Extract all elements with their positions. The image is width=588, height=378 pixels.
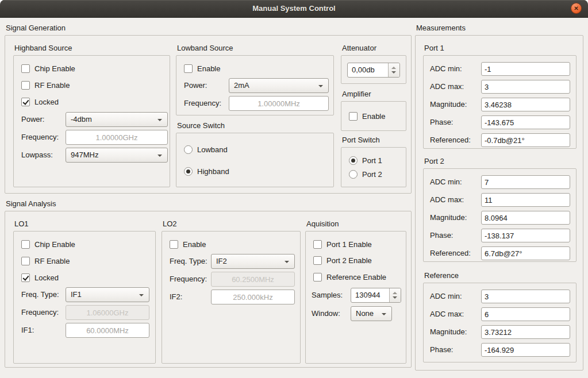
- lo1-frequency-input: [66, 305, 149, 320]
- lowband-radio[interactable]: [184, 145, 193, 154]
- attenuator-group: Attenuator 0,00db: [341, 44, 406, 84]
- spinner-buttons[interactable]: [389, 288, 401, 302]
- lowband-frequency-input[interactable]: [229, 96, 329, 111]
- measurements-title: Measurements: [415, 24, 583, 35]
- spin-up-icon: [391, 67, 396, 69]
- lo2-frequency-label: Frequency:: [170, 272, 207, 287]
- measure-reference-group: Reference ADC min: ADC max: Magnitude:: [423, 271, 577, 362]
- port2-radio[interactable]: [349, 170, 358, 179]
- adc-min-input[interactable]: [481, 62, 570, 76]
- magnitude-input[interactable]: [481, 325, 570, 339]
- lo1-rf-enable-checkbox[interactable]: [21, 257, 30, 265]
- lo1-locked-checkbox[interactable]: [21, 273, 30, 282]
- lowband-enable-label: Enable: [197, 64, 220, 73]
- rf-enable-label: RF Enable: [34, 81, 70, 90]
- lo1-frequency-label: Frequency:: [21, 305, 59, 320]
- table-row: ADC max:: [424, 80, 576, 94]
- phase-label: Phase:: [430, 343, 453, 357]
- source-switch-box: Lowband Highband: [176, 133, 334, 187]
- table-row: ADC max:: [424, 193, 576, 207]
- chip-enable-checkbox[interactable]: [21, 64, 30, 73]
- port-switch-box: Port 1 Port 2: [341, 147, 406, 187]
- acq-port2-enable-checkbox[interactable]: [313, 256, 322, 265]
- adc-max-label: ADC max:: [430, 193, 464, 207]
- power-label: Power:: [21, 112, 44, 127]
- lo1-freq-type-row: Freq. Type: IF1: [14, 287, 155, 302]
- adc-max-input[interactable]: [481, 80, 570, 94]
- power-combobox[interactable]: -4dbm: [66, 112, 168, 127]
- amplifier-enable-row: Enable: [349, 109, 401, 124]
- highband-radio[interactable]: [184, 167, 193, 176]
- acq-reference-enable-checkbox[interactable]: [313, 273, 322, 281]
- port1-radio[interactable]: [349, 156, 358, 165]
- chevron-down-icon: [139, 294, 144, 296]
- lowpass-combobox[interactable]: 947MHz: [66, 148, 168, 163]
- phase-label: Phase:: [430, 115, 453, 129]
- lo2-if2-input[interactable]: [211, 290, 295, 304]
- acq-port1-enable-label: Port 1 Enable: [326, 240, 372, 249]
- acq-port1-enable-checkbox[interactable]: [313, 240, 322, 249]
- acq-reference-enable-label: Reference Enable: [326, 273, 386, 281]
- lowband-source-title: Lowband Source: [176, 44, 334, 55]
- lo1-chip-enable-label: Chip Enable: [34, 240, 75, 249]
- table-row: ADC min:: [424, 62, 576, 76]
- acq-reference-enable-row: Reference Enable: [313, 269, 401, 284]
- spinner-buttons[interactable]: [388, 63, 399, 77]
- lo1-locked-label: Locked: [34, 273, 59, 282]
- lo1-rf-enable-row: RF Enable: [21, 253, 151, 268]
- lo2-enable-row: Enable: [170, 237, 295, 252]
- phase-input[interactable]: [481, 115, 570, 129]
- rf-enable-checkbox[interactable]: [21, 81, 30, 90]
- chevron-down-icon: [318, 85, 323, 87]
- amplifier-enable-checkbox[interactable]: [349, 112, 358, 121]
- phase-input[interactable]: [481, 343, 570, 357]
- lo1-freq-type-label: Freq. Type:: [21, 287, 59, 302]
- measurements-box: Port 1 ADC min: ADC max: Magnitude:: [415, 35, 583, 371]
- adc-min-input[interactable]: [481, 290, 570, 303]
- lo1-locked-row: Locked: [21, 270, 151, 285]
- table-row: Magnitude:: [424, 211, 576, 225]
- lo2-frequency-row: Frequency:: [162, 272, 300, 287]
- magnitude-label: Magnitude:: [430, 325, 467, 339]
- measure-port2-title: Port 2: [423, 157, 577, 168]
- close-button[interactable]: ✕: [571, 3, 582, 14]
- lowband-power-combobox[interactable]: 2mA: [229, 78, 329, 93]
- lo2-box: Enable Freq. Type: IF2 Frequency:: [162, 231, 301, 364]
- frequency-input[interactable]: [66, 130, 168, 145]
- lo2-freq-type-combobox[interactable]: IF2: [211, 254, 295, 269]
- lo1-chip-enable-checkbox[interactable]: [21, 240, 30, 249]
- referenced-input[interactable]: [481, 133, 570, 147]
- phase-input[interactable]: [481, 229, 570, 242]
- measure-port1-group: Port 1 ADC min: ADC max: Magnitude:: [423, 44, 577, 149]
- adc-max-input[interactable]: [481, 193, 570, 207]
- attenuator-box: 0,00db: [341, 55, 406, 84]
- window-combobox[interactable]: None: [351, 306, 392, 321]
- table-row: ADC max:: [424, 307, 576, 321]
- amplifier-enable-label: Enable: [362, 112, 385, 121]
- adc-max-input[interactable]: [481, 307, 570, 321]
- adc-max-label: ADC max:: [430, 307, 464, 321]
- lowband-source-box: Enable Power: 2mA Frequency:: [176, 55, 334, 115]
- lowband-radio-row: Lowband: [184, 142, 329, 157]
- magnitude-input[interactable]: [481, 98, 570, 111]
- samples-spinbox[interactable]: 130944: [351, 288, 401, 303]
- magnitude-input[interactable]: [481, 211, 570, 225]
- measure-port1-title: Port 1: [423, 44, 577, 55]
- amplifier-title: Amplifier: [341, 90, 406, 101]
- port2-radio-row: Port 2: [349, 167, 401, 182]
- lowpass-row: Lowpass: 947MHz: [14, 148, 170, 163]
- samples-value: 130944: [355, 288, 380, 302]
- lo1-if1-input[interactable]: [66, 323, 149, 338]
- signal-generation-box: Highband Source Chip Enable RF Enable Lo…: [5, 35, 412, 194]
- locked-checkbox[interactable]: [21, 98, 30, 106]
- signal-generation-title: Signal Generation: [5, 24, 412, 35]
- lowband-enable-checkbox[interactable]: [184, 64, 193, 73]
- attenuator-spinbox[interactable]: 0,00db: [347, 63, 400, 78]
- lo2-enable-checkbox[interactable]: [170, 240, 178, 249]
- lo1-freq-type-combobox[interactable]: IF1: [66, 287, 149, 302]
- adc-min-input[interactable]: [481, 175, 570, 189]
- lo2-if2-label: IF2:: [170, 290, 182, 304]
- lowband-power-label: Power:: [184, 78, 207, 93]
- titlebar[interactable]: Manual System Control ✕: [0, 0, 588, 18]
- referenced-input[interactable]: [481, 246, 570, 260]
